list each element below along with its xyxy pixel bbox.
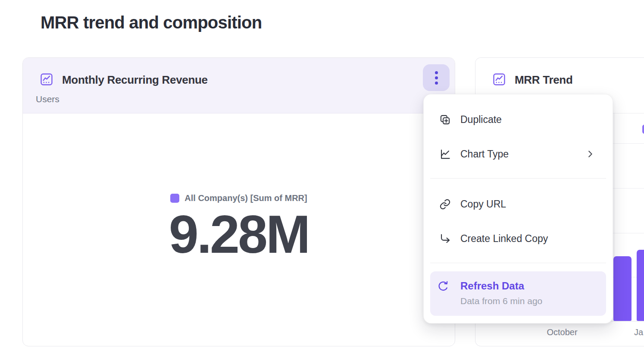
menu-item-create-linked-copy[interactable]: Create Linked Copy — [430, 221, 606, 256]
legend-label: All Company(s) [Sum of MRR] — [184, 193, 307, 203]
x-tick-label: Ja — [634, 327, 643, 337]
card-title: Monthly Recurring Revenue — [62, 73, 208, 87]
menu-item-chart-type[interactable]: Chart Type — [430, 137, 606, 171]
linked-copy-icon — [439, 233, 451, 245]
legend-swatch-icon — [642, 125, 644, 134]
menu-item-label: Duplicate — [460, 114, 502, 126]
card-header: Monthly Recurring Revenue Users — [23, 58, 455, 113]
mrr-number-card[interactable]: Monthly Recurring Revenue Users All Comp… — [22, 57, 455, 346]
menu-item-sublabel: Data from 6 min ago — [460, 296, 542, 306]
x-tick-label: October — [547, 327, 577, 337]
card-title: MRR Trend — [515, 73, 573, 87]
menu-item-label: Refresh Data — [460, 280, 542, 292]
legend-swatch-icon — [170, 194, 179, 203]
chart-widget-icon — [492, 72, 506, 87]
menu-item-duplicate[interactable]: Duplicate — [430, 102, 606, 137]
card-context-menu: Duplicate Chart Type Copy URL — [423, 94, 613, 324]
kpi-body: All Company(s) [Sum of MRR] 9.28M — [23, 113, 455, 346]
refresh-icon — [437, 281, 449, 292]
menu-item-label: Chart Type — [460, 148, 509, 160]
menu-divider — [430, 263, 606, 263]
menu-item-copy-url[interactable]: Copy URL — [430, 187, 606, 221]
page-title: MRR trend and composition — [41, 13, 262, 32]
menu-item-refresh-data[interactable]: Refresh Data Data from 6 min ago — [430, 271, 606, 316]
duplicate-icon — [439, 114, 451, 126]
menu-divider — [430, 178, 606, 179]
chart-type-icon — [439, 148, 451, 160]
menu-item-label: Create Linked Copy — [460, 233, 548, 245]
menu-item-label: Copy URL — [460, 198, 506, 210]
kpi-value: 9.28M — [169, 207, 309, 261]
card-menu-button[interactable] — [423, 64, 450, 91]
legend: All Company(s) [Sum of MRR] — [170, 193, 307, 203]
kebab-icon — [435, 71, 438, 74]
chevron-right-icon — [585, 149, 595, 159]
bar-january-1[interactable] — [613, 256, 631, 321]
link-icon — [439, 198, 451, 210]
chart-widget-icon — [39, 72, 54, 87]
card-subtitle: Users — [36, 94, 59, 104]
bar-january-2[interactable] — [637, 250, 644, 321]
